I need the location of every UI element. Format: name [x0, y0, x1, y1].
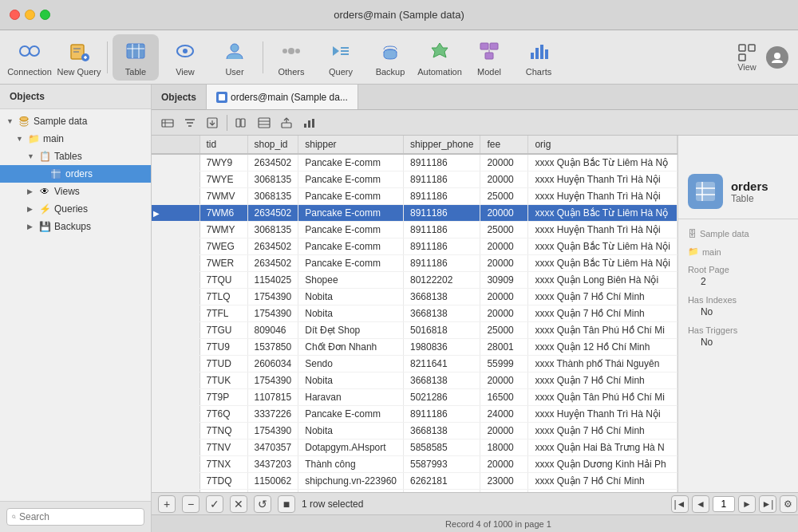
user-avatar[interactable] — [766, 46, 788, 69]
search-box[interactable] — [6, 508, 144, 526]
table-row[interactable]: 7TLQ1754390Nobita366813820000xxxx Quận 7… — [152, 289, 677, 305]
first-page-button[interactable]: |◄ — [671, 495, 689, 513]
table-row[interactable]: 7WMV3068135Pancake E-comm891118625000xxx… — [152, 188, 677, 205]
schema-label: 🗄 Sample data — [688, 229, 798, 238]
cell-shipper: Thành công — [298, 456, 404, 473]
cell-tid: 7TQU — [200, 272, 247, 289]
table-row[interactable]: ▶7WM62634502Pancake E-comm891118620000xx… — [152, 205, 677, 222]
user-button[interactable]: User — [211, 34, 258, 81]
svg-rect-31 — [749, 45, 755, 51]
tab-orders[interactable]: orders@main (Sample da... — [207, 85, 358, 109]
backup-button[interactable]: Backup — [367, 34, 413, 81]
cell-shop_id: 3068135 — [247, 171, 298, 188]
cancel-status-button[interactable]: ✕ — [230, 495, 247, 513]
info-row-schema: 🗄 Sample data — [688, 229, 798, 238]
table-row[interactable]: 7TNX3437203Thành công558799320000xxxx Qu… — [152, 456, 677, 473]
content-area: Objects orders@main (Sample da... — [152, 85, 798, 532]
table-row[interactable]: 7T9P1107815Haravan502128616500xxxx Quận … — [152, 389, 677, 406]
table-row[interactable]: 7TUK1754390Nobita366813820000xxxx Quận 7… — [152, 372, 677, 389]
table-row[interactable]: 7TUD2606034Sendo821164155999xxxx Thành p… — [152, 356, 677, 372]
maximize-button[interactable] — [40, 10, 50, 20]
table-row[interactable]: 7TGU809046Dít Đẹt Shop501681825000xxxx Q… — [152, 322, 677, 339]
cell-shipper_phone: 3668138 — [403, 372, 480, 389]
remove-row-status-button[interactable]: − — [182, 495, 200, 513]
import-button[interactable] — [277, 113, 296, 132]
cell-shipper: Haravan — [298, 389, 404, 406]
sidebar-item-main[interactable]: ▼ 📁 main — [0, 130, 151, 148]
col-shop-id[interactable]: shop_id — [247, 136, 298, 154]
table-body: 7WY92634502Pancake E-comm891118620000xxx… — [152, 154, 677, 492]
sidebar-item-orders[interactable]: orders — [0, 165, 151, 183]
export-button[interactable] — [203, 113, 222, 132]
cell-tid: 7TNV — [200, 439, 247, 456]
minimize-button[interactable] — [25, 10, 35, 20]
table-row[interactable]: 7WYE3068135Pancake E-comm891118620000xxx… — [152, 171, 677, 188]
model-button[interactable]: Model — [466, 34, 512, 81]
page-input[interactable] — [713, 496, 735, 512]
sidebar-item-views[interactable]: ▶ 👁 Views — [0, 183, 151, 200]
cell-orig: xxxx Quận 7 Hồ Chí Minh — [528, 305, 677, 322]
table-row[interactable]: 7TNV3470357Dotapgym.AHsport585858518000x… — [152, 439, 677, 456]
table-row[interactable]: 7WER2634502Pancake E-comm891118620000xxx… — [152, 255, 677, 272]
automation-button[interactable]: Automation — [417, 34, 463, 81]
add-row-status-button[interactable]: + — [158, 495, 176, 513]
new-query-button[interactable]: New Query — [56, 34, 102, 81]
sidebar-item-tables[interactable]: ▼ 📋 Tables — [0, 148, 151, 165]
sidebar-item-queries[interactable]: ▶ ⚡ Queries — [0, 200, 151, 218]
search-input[interactable] — [19, 511, 139, 522]
table-row[interactable]: 7WY92634502Pancake E-comm891118620000xxx… — [152, 154, 677, 171]
cell-fee: 20000 — [480, 423, 528, 439]
cell-fee: 18000 — [480, 439, 528, 456]
col-shipper[interactable]: shipper — [298, 136, 404, 154]
sidebar-item-sample-data[interactable]: ▼ Sample data — [0, 112, 151, 130]
chart-view-button[interactable] — [299, 113, 318, 132]
filter-button[interactable] — [180, 113, 200, 132]
table-row[interactable]: 7TDQ1150062shipchung.vn-2239606262181230… — [152, 473, 677, 490]
sidebar-item-backups[interactable]: ▶ 💾 Backups — [0, 218, 151, 235]
refresh-status-button[interactable]: ↺ — [254, 495, 271, 513]
cell-shop_id: 2606034 — [247, 356, 298, 372]
cell-fee: 20000 — [480, 255, 528, 272]
queries-label: Queries — [54, 203, 88, 215]
query-button[interactable]: Query — [318, 34, 364, 81]
svg-rect-54 — [282, 123, 291, 128]
data-table-container[interactable]: tid shop_id shipper shipper_phone fee or… — [152, 136, 678, 492]
row-marker — [152, 305, 200, 322]
col-shipper-phone[interactable]: shipper_phone — [403, 136, 480, 154]
col-tid[interactable]: tid — [200, 136, 247, 154]
table-row[interactable]: 7WMY3068135Pancake E-comm891118625000xxx… — [152, 222, 677, 238]
table-row[interactable]: 7TFL1754390Nobita366813820000xxxx Quận 7… — [152, 305, 677, 322]
table-row[interactable]: 7WEG2634502Pancake E-comm891118620000xxx… — [152, 238, 677, 255]
next-page-button[interactable]: ► — [738, 495, 756, 513]
add-row-button[interactable] — [158, 113, 177, 132]
cell-orig: xxxx Quận Bắc Từ Liêm Hà Nộ — [528, 205, 677, 222]
svg-rect-26 — [531, 53, 534, 59]
titlebar: orders@main (Sample data) — [0, 0, 798, 30]
window-title: orders@main (Sample data) — [334, 9, 464, 21]
confirm-status-button[interactable]: ✓ — [206, 495, 223, 513]
view-button[interactable]: View — [162, 34, 208, 81]
table-area: tid shop_id shipper shipper_phone fee or… — [152, 136, 798, 492]
table-button[interactable]: Table — [113, 34, 159, 81]
connection-button[interactable]: Connection — [6, 34, 53, 81]
column-manager-button[interactable] — [232, 113, 251, 132]
col-orig[interactable]: orig — [528, 136, 677, 154]
col-fee[interactable]: fee — [480, 136, 528, 154]
prev-page-button[interactable]: ◄ — [692, 495, 709, 513]
table-row[interactable]: 7T6Q3337226Pancake E-comm891118624000xxx… — [152, 406, 677, 423]
table-row[interactable]: 7TQU1154025Shopee8012220230909xxxx Quận … — [152, 272, 677, 289]
row-marker — [152, 188, 200, 205]
svg-point-15 — [231, 44, 239, 52]
cell-shipper_phone: 5587993 — [403, 456, 480, 473]
others-button[interactable]: Others — [268, 34, 314, 81]
table-row[interactable]: 7TU91537850Chốt Đơn Nhanh198083628001xxx… — [152, 339, 677, 356]
table-row[interactable]: 7TNQ1754390Nobita366813820000xxxx Quận 7… — [152, 423, 677, 439]
charts-button[interactable]: Charts — [516, 34, 562, 81]
status-right: |◄ ◄ ► ►| ⚙ ⊞ ☰ — [671, 495, 798, 513]
settings-page-button[interactable]: ⚙ — [780, 495, 797, 513]
tree-arrow: ▶ — [27, 187, 38, 195]
stop-status-button[interactable]: ■ — [278, 495, 295, 513]
last-page-button[interactable]: ►| — [759, 495, 776, 513]
table-view-button[interactable] — [255, 113, 274, 132]
close-button[interactable] — [10, 10, 20, 20]
